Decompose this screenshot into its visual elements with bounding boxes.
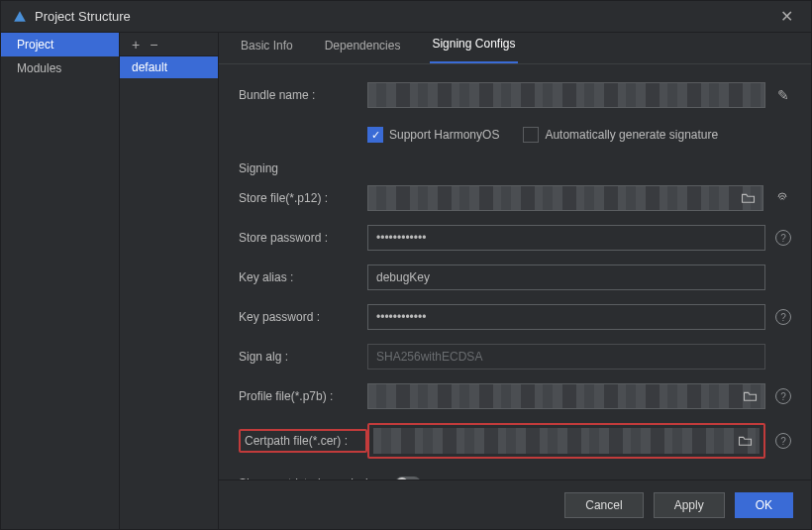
restricted-permissions-row: Show restricted permissions [239, 471, 791, 479]
signing-form: Bundle name : ✎ ✓ Support HarmonyOS [219, 64, 811, 479]
key-alias-row: Key alias : [239, 265, 791, 290]
close-icon[interactable]: ✕ [774, 3, 799, 30]
app-logo-icon [13, 10, 27, 24]
project-structure-dialog: Project Structure ✕ Project Modules + − … [0, 0, 812, 530]
store-password-row: Store password : ? [239, 225, 791, 251]
auto-generate-checkbox[interactable]: Automatically generate signature [523, 127, 718, 143]
config-list-toolbar: + − [120, 33, 218, 56]
edit-bundle-name-icon[interactable]: ✎ [775, 87, 791, 103]
left-nav-project[interactable]: Project [1, 33, 119, 56]
certpath-row: Certpath file(*.cer) : ? [239, 423, 791, 459]
add-config-button[interactable]: + [132, 37, 140, 53]
content-panel: Basic Info Dependencies Signing Configs … [219, 33, 811, 529]
certpath-browse-icon[interactable] [734, 431, 756, 451]
config-item-default[interactable]: default [120, 56, 218, 78]
profile-file-help-icon[interactable]: ? [775, 388, 791, 404]
support-harmonyos-checkbox[interactable]: ✓ Support HarmonyOS [367, 127, 499, 143]
store-file-input[interactable] [367, 185, 763, 211]
dialog-title: Project Structure [35, 9, 131, 24]
left-nav: Project Modules [1, 33, 120, 529]
ok-button[interactable]: OK [735, 492, 793, 518]
certpath-input[interactable] [373, 428, 760, 454]
tabs: Basic Info Dependencies Signing Configs [219, 33, 811, 64]
key-password-input[interactable] [367, 304, 765, 330]
store-password-label: Store password : [239, 231, 367, 245]
checkbox-unchecked-icon [523, 127, 539, 143]
store-password-help-icon[interactable]: ? [775, 230, 791, 246]
store-file-row: Store file(*.p12) : [239, 185, 791, 211]
signing-section-label: Signing [239, 161, 791, 175]
profile-file-label: Profile file(*.p7b) : [239, 389, 367, 403]
store-password-input[interactable] [367, 225, 765, 251]
key-alias-label: Key alias : [239, 270, 367, 284]
profile-file-input[interactable] [367, 383, 765, 409]
cancel-button[interactable]: Cancel [564, 492, 643, 518]
apply-button[interactable]: Apply [654, 492, 725, 518]
profile-file-row: Profile file(*.p7b) : ? [239, 383, 791, 409]
store-file-browse-icon[interactable] [737, 188, 759, 208]
sign-alg-label: Sign alg : [239, 350, 367, 364]
profile-file-browse-icon[interactable] [739, 386, 761, 406]
sign-alg-row: Sign alg : [239, 344, 791, 370]
dialog-body: Project Modules + − default Basic Info D… [1, 33, 811, 529]
sign-alg-input [367, 344, 765, 370]
key-alias-input[interactable] [367, 265, 765, 290]
remove-config-button[interactable]: − [150, 37, 157, 53]
key-password-help-icon[interactable]: ? [775, 309, 791, 325]
certpath-label: Certpath file(*.cer) : [239, 429, 367, 453]
dialog-footer: Cancel Apply OK [219, 479, 811, 529]
key-password-label: Key password : [239, 310, 367, 324]
checkbox-checked-icon: ✓ [367, 127, 383, 143]
tab-basic-info[interactable]: Basic Info [239, 36, 295, 63]
config-list-panel: + − default [120, 33, 219, 529]
auto-generate-label: Automatically generate signature [545, 128, 718, 142]
restricted-permissions-toggle[interactable] [395, 477, 421, 479]
key-password-row: Key password : ? [239, 304, 791, 330]
certpath-help-icon[interactable]: ? [775, 433, 791, 449]
bundle-name-input[interactable] [367, 82, 765, 108]
options-row: ✓ Support HarmonyOS Automatically genera… [239, 122, 791, 148]
bundle-name-label: Bundle name : [239, 88, 367, 102]
left-nav-modules[interactable]: Modules [1, 56, 119, 80]
store-file-label: Store file(*.p12) : [239, 191, 367, 205]
tab-signing-configs[interactable]: Signing Configs [430, 34, 517, 63]
titlebar: Project Structure ✕ [1, 1, 811, 33]
bundle-name-row: Bundle name : ✎ [239, 82, 791, 108]
tab-dependencies[interactable]: Dependencies [323, 36, 403, 63]
support-harmonyos-label: Support HarmonyOS [389, 128, 499, 142]
fingerprint-icon[interactable] [773, 189, 791, 208]
